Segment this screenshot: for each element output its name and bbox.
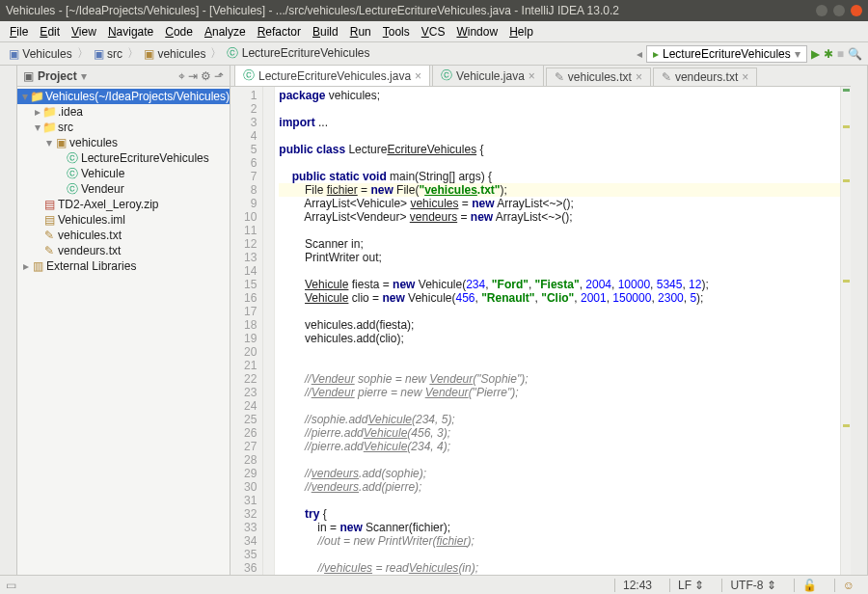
run-config-icon: ▸ [653,47,659,61]
debug-button[interactable]: ✱ [824,47,833,61]
editor-tab[interactable]: ✎vendeurs.txt× [653,68,757,86]
window-controls [816,5,862,16]
editor-tab[interactable]: ⓒLectureEcritureVehicules.java× [234,65,430,86]
hector-icon[interactable]: ☺ [834,579,862,592]
fold-gutter[interactable] [263,87,275,575]
file-encoding[interactable]: UTF-8 ⇕ [721,579,783,592]
line-number-gutter: 1234567891011121314151617181920212223242… [231,87,263,575]
menu-view[interactable]: View [66,23,102,40]
menu-analyze[interactable]: Analyze [199,23,252,40]
tree-node[interactable]: ⓒLectureEcritureVehicules [17,150,230,166]
close-tab-icon[interactable]: × [742,70,748,84]
project-tool-window: ▣ Project ▾ ⌖ ⇥ ⚙ ⬏ ▾📁Vehicules (~/IdeaP… [17,66,231,575]
run-config-label: LectureEcritureVehicules [663,47,791,61]
maximize-button[interactable] [833,5,845,16]
tree-node[interactable]: ✎vendeurs.txt [17,243,230,258]
readonly-toggle[interactable]: 🔓 [794,579,825,592]
project-tree[interactable]: ▾📁Vehicules (~/IdeaProjects/Vehicules)▸📁… [17,87,230,575]
gear-icon[interactable]: ⚙ [201,69,211,83]
menu-window[interactable]: Window [450,23,503,40]
menu-build[interactable]: Build [307,23,344,40]
hide-icon[interactable]: ⬏ [214,69,224,83]
tree-node[interactable]: ▸📁.idea [17,104,230,120]
menu-run[interactable]: Run [344,23,377,40]
caret-position: 12:43 [614,579,660,592]
status-bar: ▭ 12:43 LF ⇕ UTF-8 ⇕ 🔓 ☺ [0,575,868,594]
project-title: Project [38,69,77,83]
error-stripe[interactable] [840,87,851,575]
tree-node[interactable]: ⓒVehicule [17,166,230,181]
window-titlebar: Vehicules - [~/IdeaProjects/Vehicules] -… [0,0,868,21]
tree-node[interactable]: ▤Vehicules.iml [17,212,230,228]
chevron-down-icon: ▾ [795,47,800,61]
right-tool-strip [851,66,868,575]
menu-edit[interactable]: Edit [34,23,66,40]
breadcrumb-separator: 〉 [127,45,139,62]
minimize-button[interactable] [816,5,827,16]
settings-icon[interactable]: ⌖ [178,69,185,83]
menu-refactor[interactable]: Refactor [252,23,307,40]
close-tab-icon[interactable]: × [636,70,642,84]
editor-tab[interactable]: ⓒVehicule.java× [432,65,544,86]
code-editor[interactable]: 1234567891011121314151617181920212223242… [231,87,851,575]
chevron-down-icon[interactable]: ▾ [81,69,87,83]
editor-tab[interactable]: ✎vehicules.txt× [546,68,651,86]
editor-area: ⓒLectureEcritureVehicules.java×ⓒVehicule… [231,66,851,575]
status-msg-icon[interactable]: ▭ [6,579,16,592]
back-icon[interactable]: ◂ [637,47,642,61]
run-config-dropdown[interactable]: ▸ LectureEcritureVehicules ▾ [646,45,807,63]
window-title: Vehicules - [~/IdeaProjects/Vehicules] -… [6,4,619,17]
editor-tabs: ⓒLectureEcritureVehicules.java×ⓒVehicule… [231,66,851,87]
close-button[interactable] [851,5,862,16]
main-area: ▣ Project ▾ ⌖ ⇥ ⚙ ⬏ ▾📁Vehicules (~/IdeaP… [0,66,868,575]
line-separator[interactable]: LF ⇕ [669,579,712,592]
project-header: ▣ Project ▾ ⌖ ⇥ ⚙ ⬏ [17,66,230,87]
close-tab-icon[interactable]: × [415,69,421,83]
tree-node[interactable]: ▤TD2-Axel_Leroy.zip [17,197,230,212]
navigation-bar: ▣ Vehicules〉▣ src〉▣ vehicules〉ⓒ LectureE… [0,42,868,66]
left-tool-strip [0,66,17,575]
tree-node[interactable]: ▾▣vehicules [17,135,230,150]
stop-button[interactable]: ■ [837,47,844,61]
menu-tools[interactable]: Tools [377,23,416,40]
menu-help[interactable]: Help [503,23,539,40]
run-button[interactable]: ▶ [811,47,820,61]
tree-node[interactable]: ✎vehicules.txt [17,228,230,243]
breadcrumb-item[interactable]: ▣ vehicules [141,46,208,62]
close-tab-icon[interactable]: × [529,69,535,83]
breadcrumb-item[interactable]: ⓒ LectureEcritureVehicules [224,44,372,63]
collapse-icon[interactable]: ⇥ [188,69,198,83]
breadcrumb-item[interactable]: ▣ Vehicules [6,46,75,62]
tree-node[interactable]: ▸▥External Libraries [17,258,230,274]
search-icon[interactable]: 🔍 [848,47,862,61]
menu-navigate[interactable]: Navigate [102,23,159,40]
breadcrumb-separator: 〉 [210,45,222,62]
tree-node[interactable]: ⓒVendeur [17,181,230,197]
code-content[interactable]: package vehicules; import ... public cla… [275,87,840,575]
menu-bar: FileEditViewNavigateCodeAnalyzeRefactorB… [0,21,868,42]
menu-vcs[interactable]: VCS [416,23,451,40]
tree-node[interactable]: ▾📁src [17,120,230,135]
project-view-icon[interactable]: ▣ [23,69,34,83]
tree-node[interactable]: ▾📁Vehicules (~/IdeaProjects/Vehicules) [17,89,230,104]
breadcrumb: ▣ Vehicules〉▣ src〉▣ vehicules〉ⓒ LectureE… [6,44,373,63]
menu-file[interactable]: File [4,23,34,40]
breadcrumb-separator: 〉 [77,45,89,62]
menu-code[interactable]: Code [159,23,199,40]
breadcrumb-item[interactable]: ▣ src [91,46,125,62]
